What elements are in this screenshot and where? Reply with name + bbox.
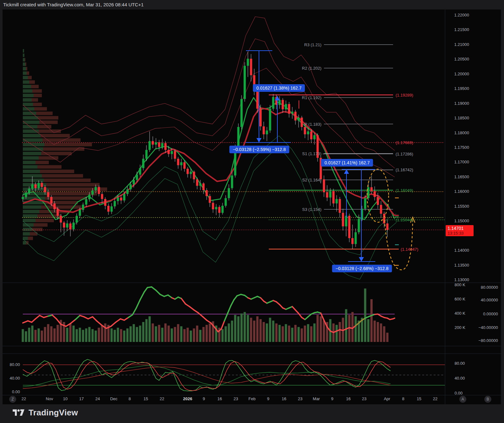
tradingview-logo[interactable]: TradingView xyxy=(13,408,78,417)
price-line-label: (1.17286) xyxy=(396,151,413,156)
price-axis-tick: 1.17500 xyxy=(454,145,469,150)
price-axis-tick: 1.19000 xyxy=(454,101,469,106)
time-axis-tick: 22 xyxy=(22,396,26,401)
time-axis-tick: 22 xyxy=(433,396,437,401)
price-axis-tick: 1.13000 xyxy=(454,277,469,282)
scale-a-button[interactable]: A xyxy=(459,396,466,403)
volume-axis-tick: 200 K xyxy=(455,325,465,330)
price-line-label: (1.14047) xyxy=(401,247,418,251)
time-axis-tick: Mar xyxy=(313,396,320,401)
oscillator-axis-tick: 0.00000 xyxy=(474,312,498,316)
price-line-label: (1.19289) xyxy=(396,92,413,97)
stoch-right-axis-tick: 80.00 xyxy=(455,361,465,366)
oscillator-axis-tick: −80.00000 xyxy=(474,338,498,343)
stoch-right-axis-tick: 40.00 xyxy=(455,376,465,381)
oscillator-axis-tick: 80.00000 xyxy=(474,285,498,290)
oscillator-axis-tick: −40.00000 xyxy=(474,325,498,330)
time-axis-tick: 23 xyxy=(234,396,238,401)
pivot-label: R2 (1.202) xyxy=(302,66,321,71)
price-axis-tick: 1.19500 xyxy=(454,86,469,91)
stoch-left-axis-tick: 40.00 xyxy=(6,376,20,381)
time-axis-tick: 9 xyxy=(267,396,269,401)
measure-box-up-2[interactable]: 0.01627 (1.41%) 162.7 xyxy=(321,159,373,167)
time-axis-tick: 9 xyxy=(203,396,205,401)
time-axis-tick: 24 xyxy=(95,396,100,401)
time-axis-tick: 8 xyxy=(402,396,404,401)
price-axis-tick: 1.16000 xyxy=(454,189,469,194)
price-axis-tick: 1.15000 xyxy=(454,218,469,223)
measure-box-down-1[interactable]: −0.03128 (−2.59%) −312.8 xyxy=(229,146,289,153)
tradingview-logo-icon xyxy=(13,409,25,416)
stoch-left-axis-tick: 80.00 xyxy=(6,362,20,367)
volume-axis-tick: 600 K xyxy=(455,297,465,301)
price-line-label: (1.15044) xyxy=(396,218,413,222)
price-axis-tick: 1.17000 xyxy=(454,160,469,164)
timezone-button[interactable]: Z xyxy=(9,396,16,403)
oscillator-axis-tick: 40.00000 xyxy=(474,298,498,302)
time-axis-tick: 10 xyxy=(63,396,68,401)
pivot-label: S3 (1.154) xyxy=(302,207,321,212)
chart-canvas[interactable] xyxy=(0,0,504,423)
scale-b-button[interactable]: B xyxy=(484,396,491,403)
measure-box-down-2[interactable]: −0.03128 (−2.68%) −312.8 xyxy=(332,265,392,272)
price-axis-tick: 1.22000 xyxy=(454,13,469,17)
time-axis-tick: 23 xyxy=(362,396,366,401)
time-axis-tick: Feb xyxy=(249,396,255,401)
pivot-label: S1 (1.173) xyxy=(302,151,321,156)
price-line-label: (1.16049) xyxy=(396,188,413,193)
price-axis-tick: 1.18500 xyxy=(454,116,469,120)
chart-area[interactable]: 0.01627 (1.38%) 162.7 −0.03128 (−2.59%) … xyxy=(3,9,501,404)
time-axis-tick: Apr xyxy=(384,396,390,401)
time-axis-tick: 17 xyxy=(79,396,84,401)
price-axis-tick: 1.20500 xyxy=(454,57,469,61)
time-axis-tick: Dec xyxy=(110,396,117,401)
volume-axis-tick: 400 K xyxy=(455,311,465,316)
stoch-left-axis-tick: 0.00 xyxy=(6,389,20,394)
time-axis-tick: 2026 xyxy=(183,396,192,401)
current-price-value: 1.14701 xyxy=(448,226,472,231)
pivot-label: R1 (1.192) xyxy=(302,95,321,100)
pivot-label: P (1.183) xyxy=(305,122,321,126)
pivot-label: R3 (1.21) xyxy=(304,42,321,47)
price-line-label: (1.16742) xyxy=(396,167,413,172)
stoch-right-axis-tick: 0.00 xyxy=(455,391,462,395)
current-price-label: 1.14701 13:15:33 xyxy=(446,225,474,236)
price-axis-tick: 1.13500 xyxy=(454,263,469,268)
time-axis-tick: 22 xyxy=(160,396,164,401)
time-axis-tick: 8 xyxy=(128,396,131,401)
time-axis-tick: 9 xyxy=(331,396,333,401)
measure-box-up-1[interactable]: 0.01627 (1.38%) 162.7 xyxy=(253,84,305,92)
price-axis-tick: 1.21000 xyxy=(454,42,469,47)
time-axis-tick: 16 xyxy=(346,396,351,401)
price-line-label: (1.17669) xyxy=(396,140,413,145)
time-axis-tick: Nov xyxy=(46,396,53,401)
time-axis-tick: 15 xyxy=(144,396,148,401)
time-axis-tick: 15 xyxy=(417,396,421,401)
time-axis-tick: 16 xyxy=(282,396,286,401)
price-axis-tick: 1.14000 xyxy=(454,248,469,253)
price-axis-tick: 1.16500 xyxy=(454,174,469,179)
price-axis-tick: 1.20000 xyxy=(454,72,469,76)
tradingview-logo-text: TradingView xyxy=(29,408,78,418)
countdown-timer: 13:15:33 xyxy=(448,231,472,236)
time-axis-tick: 23 xyxy=(298,396,302,401)
pivot-label: S2 (1.164) xyxy=(302,178,321,182)
volume-axis-tick: 800 K xyxy=(455,282,465,287)
time-axis-tick: 16 xyxy=(217,396,222,401)
price-axis-tick: 1.18000 xyxy=(454,130,469,135)
price-axis-tick: 1.21500 xyxy=(454,27,469,32)
price-axis-tick: 1.15500 xyxy=(454,204,469,209)
